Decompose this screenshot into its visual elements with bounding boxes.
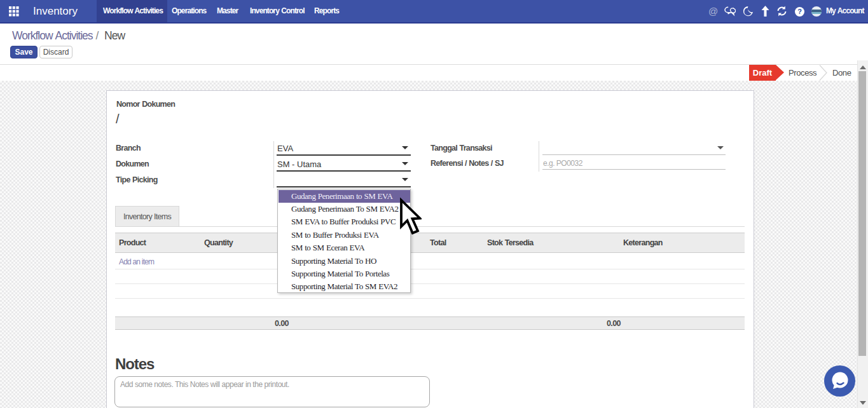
svg-text:?: ? — [797, 8, 802, 15]
